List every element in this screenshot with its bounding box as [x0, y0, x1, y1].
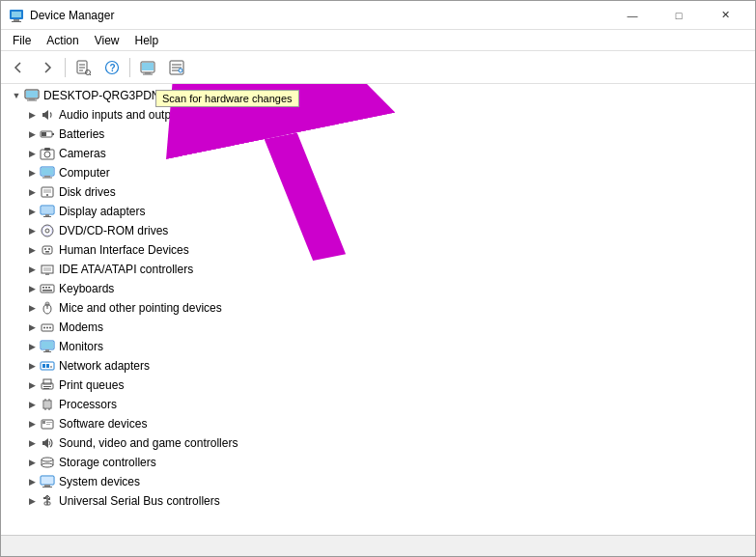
title-bar: Device Manager — □ ✕	[1, 1, 755, 30]
svg-rect-38	[43, 189, 51, 193]
tree-item[interactable]: ▶Mice and other pointing devices	[1, 298, 755, 318]
tree-item[interactable]: ▶Monitors	[1, 337, 755, 356]
item-label: Modems	[59, 320, 103, 334]
svg-rect-55	[42, 287, 44, 289]
tree-item[interactable]: ▶Batteries	[1, 125, 755, 144]
expand-arrow[interactable]: ▶	[24, 281, 40, 296]
svg-rect-87	[46, 424, 50, 425]
expand-arrow[interactable]: ▶	[24, 223, 40, 238]
expand-arrow[interactable]: ▶	[24, 493, 40, 509]
expand-arrow[interactable]: ▶	[24, 107, 40, 123]
tree-item[interactable]: ▶Print queues	[1, 376, 755, 395]
expand-arrow[interactable]: ▶	[24, 320, 40, 335]
tree-item[interactable]: ▶DVD/CD-ROM drives	[1, 221, 755, 240]
svg-point-8	[86, 70, 91, 74]
svg-point-91	[42, 463, 53, 467]
tree-item[interactable]: ▶System devices	[1, 472, 755, 491]
expand-arrow[interactable]: ▶	[24, 358, 40, 374]
item-label: Sound, video and game controllers	[59, 436, 238, 450]
item-label: Display adapters	[59, 205, 145, 218]
expand-arrow[interactable]: ▶	[24, 455, 40, 470]
properties-icon	[75, 60, 91, 75]
tree-item[interactable]: ▶Audio inputs and outputs	[1, 105, 755, 125]
expand-arrow[interactable]: ▶	[24, 474, 40, 489]
expand-arrow[interactable]: ▶	[24, 262, 40, 277]
svg-rect-1	[12, 12, 21, 17]
tree-item[interactable]: ▶Keyboards	[1, 279, 755, 298]
svg-line-9	[90, 73, 91, 74]
app-icon	[9, 8, 24, 23]
expand-arrow[interactable]: ▶	[24, 397, 40, 412]
view-device-button[interactable]	[134, 55, 161, 80]
tree-item[interactable]: ▶Network adapters	[1, 356, 755, 376]
svg-rect-68	[45, 349, 49, 351]
expand-arrow[interactable]: ▶	[24, 435, 40, 451]
svg-point-63	[43, 327, 45, 329]
tree-item[interactable]: ▶Sound, video and game controllers	[1, 433, 755, 453]
svg-point-48	[44, 248, 46, 250]
menu-view[interactable]: View	[87, 32, 127, 49]
svg-point-46	[42, 226, 52, 236]
item-label: Storage controllers	[59, 456, 156, 469]
properties-button[interactable]	[70, 55, 97, 80]
svg-point-45	[45, 229, 49, 233]
menu-help[interactable]: Help	[127, 32, 167, 49]
tree-item[interactable]: ▶Modems	[1, 318, 755, 337]
svg-rect-79	[44, 402, 50, 407]
maximize-button[interactable]: □	[657, 1, 701, 30]
tree-view[interactable]: Scan for hardware changes ▼	[1, 84, 755, 535]
icon-network	[40, 358, 55, 374]
close-button[interactable]: ✕	[703, 1, 747, 30]
device-list-icon	[140, 60, 155, 75]
forward-button[interactable]	[34, 55, 61, 80]
item-label: Universal Serial Bus controllers	[59, 494, 220, 508]
svg-rect-35	[44, 176, 50, 178]
help-button[interactable]: ?	[98, 55, 126, 80]
expand-arrow[interactable]: ▶	[24, 204, 40, 219]
item-label: Print queues	[59, 378, 124, 392]
svg-rect-50	[45, 251, 49, 253]
tree-item[interactable]: ▶Software devices	[1, 414, 755, 433]
item-label: Keyboards	[59, 282, 114, 295]
expand-arrow[interactable]: ▶	[24, 126, 40, 142]
item-label: Batteries	[59, 127, 104, 141]
tree-item[interactable]: ▶IDE ATA/ATAPI controllers	[1, 260, 755, 279]
svg-rect-26	[27, 100, 37, 101]
tree-item[interactable]: ▶Disk drives	[1, 182, 755, 202]
tree-item[interactable]: ▶Human Interface Devices	[1, 240, 755, 260]
status-bar	[1, 535, 755, 556]
title-bar-controls: — □ ✕	[610, 1, 747, 30]
tree-item[interactable]: ▶Computer	[1, 163, 755, 182]
menu-file[interactable]: File	[5, 32, 39, 49]
menu-action[interactable]: Action	[39, 32, 86, 49]
tree-item[interactable]: ▶Universal Serial Bus controllers	[1, 491, 755, 511]
expand-arrow[interactable]: ▶	[24, 184, 40, 200]
expand-arrow[interactable]: ▶	[24, 146, 40, 161]
root-label: DESKTOP-QRG3PDN	[43, 89, 159, 102]
icon-computer	[40, 165, 55, 181]
icon-battery	[40, 126, 55, 142]
root-icon	[24, 88, 40, 103]
minimize-button[interactable]: —	[610, 1, 655, 30]
root-expand-arrow[interactable]: ▼	[9, 88, 24, 103]
tree-item[interactable]: ▶Processors	[1, 395, 755, 414]
back-button[interactable]	[5, 55, 32, 80]
tree-item[interactable]: ▶Cameras	[1, 144, 755, 163]
expand-arrow[interactable]: ▶	[24, 300, 40, 316]
expand-arrow[interactable]: ▶	[24, 165, 40, 181]
expand-arrow[interactable]: ▶	[24, 339, 40, 354]
expand-arrow[interactable]: ▶	[24, 242, 40, 258]
svg-rect-72	[46, 364, 49, 368]
tree-item[interactable]: ▶Display adapters	[1, 202, 755, 221]
svg-point-65	[49, 327, 51, 329]
scan-hardware-button[interactable]	[163, 55, 190, 80]
tree-root-item[interactable]: ▼ DESKTOP-QRG3PDN	[1, 86, 755, 105]
device-manager-window: Device Manager — □ ✕ File Action View He…	[0, 0, 756, 557]
svg-rect-76	[43, 386, 51, 387]
svg-point-44	[42, 225, 53, 237]
expand-arrow[interactable]: ▶	[24, 377, 40, 393]
tree-item[interactable]: ▶Storage controllers	[1, 453, 755, 472]
item-label: Software devices	[59, 417, 147, 431]
expand-arrow[interactable]: ▶	[24, 416, 40, 432]
tree-items-container: ▶Audio inputs and outputs▶Batteries▶Came…	[1, 105, 755, 511]
